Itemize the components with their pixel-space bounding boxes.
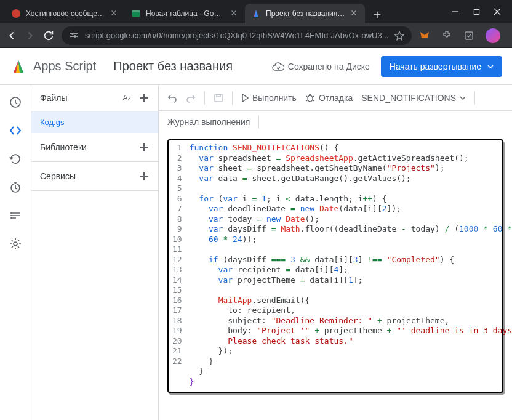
tab-title-0: Хостинговое сообщество xyxy=(26,9,105,18)
execution-log-bar[interactable]: Журнал выполнения xyxy=(159,111,512,133)
svg-point-16 xyxy=(10,217,12,219)
editor-toolbar: Выполнить Отладка SEND_NOTIFICATIONS xyxy=(159,85,512,111)
rail-editor-icon[interactable] xyxy=(6,121,25,140)
metamask-icon[interactable] xyxy=(419,30,430,41)
libraries-header: Библиотеки xyxy=(31,133,158,162)
dropdown-icon xyxy=(460,96,466,100)
debug-button[interactable]: Отладка xyxy=(305,93,353,103)
minimize-button[interactable] xyxy=(450,7,460,17)
redo-icon[interactable] xyxy=(186,93,196,103)
cloud-icon xyxy=(272,62,284,71)
tab-close-1[interactable] xyxy=(230,9,239,18)
bookmarks-icon[interactable] xyxy=(463,30,474,41)
deploy-label: Начать развертывание xyxy=(390,62,481,71)
line-gutter: 1 2 3 4 5 6 7 8 9 10 11 12 13 14 15 16 1… xyxy=(172,143,190,387)
rail-overview-icon[interactable] xyxy=(6,92,25,112)
browser-addressbar: script.google.com/u/0/home/projects/1cQX… xyxy=(0,23,512,48)
tab-title-2: Проект без названия - Ре xyxy=(266,9,345,18)
browser-titlebar: Хостинговое сообщество Новая таблица - G… xyxy=(0,0,512,23)
left-rail xyxy=(0,85,31,420)
svg-point-15 xyxy=(10,215,12,216)
app-content: Apps Script Проект без названия Сохранен… xyxy=(0,48,512,420)
file-name: Код.gs xyxy=(40,118,64,127)
libraries-label: Библиотеки xyxy=(40,142,87,152)
run-label: Выполнить xyxy=(252,93,297,103)
main-area: Файлы AZ Код.gs Библиотеки Сервисы xyxy=(0,85,512,420)
services-label: Сервисы xyxy=(40,171,76,181)
file-item-kod-gs[interactable]: Код.gs xyxy=(31,111,158,133)
editor-area: Выполнить Отладка SEND_NOTIFICATIONS Жур… xyxy=(159,85,512,420)
rail-executions-icon[interactable] xyxy=(6,206,25,225)
save-icon[interactable] xyxy=(214,93,223,103)
rail-settings-icon[interactable] xyxy=(6,234,25,254)
tab-close-2[interactable] xyxy=(350,9,359,18)
url-input[interactable]: script.google.com/u/0/home/projects/1cQX… xyxy=(62,26,412,45)
app-header: Apps Script Проект без названия Сохранен… xyxy=(0,48,512,85)
debug-label: Отладка xyxy=(319,93,353,103)
apps-script-logo[interactable]: Apps Script xyxy=(10,58,96,75)
chevron-down-icon xyxy=(487,65,494,68)
cloud-status-text: Сохранено на Диске xyxy=(288,62,370,71)
browser-tab-1[interactable]: Новая таблица - Google Та xyxy=(125,4,245,23)
svg-rect-19 xyxy=(217,94,220,97)
svg-point-6 xyxy=(71,33,74,35)
svg-rect-8 xyxy=(465,32,473,39)
close-window-button[interactable] xyxy=(492,7,502,17)
svg-point-14 xyxy=(10,212,12,214)
forward-button[interactable] xyxy=(25,30,36,42)
browser-tab-2[interactable]: Проект без названия - Ре xyxy=(245,4,365,23)
code-editor[interactable]: 1 2 3 4 5 6 7 8 9 10 11 12 13 14 15 16 1… xyxy=(159,133,512,420)
back-button[interactable] xyxy=(6,30,17,42)
svg-rect-18 xyxy=(215,94,222,102)
services-header: Сервисы xyxy=(31,162,158,191)
tab-close-0[interactable] xyxy=(110,9,119,18)
svg-point-7 xyxy=(74,35,76,38)
svg-point-0 xyxy=(12,9,20,18)
extensions-icon[interactable] xyxy=(441,30,452,41)
logo-text: Apps Script xyxy=(33,59,96,73)
add-file-icon[interactable] xyxy=(138,92,150,103)
svg-rect-3 xyxy=(474,9,479,14)
function-selector[interactable]: SEND_NOTIFICATIONS xyxy=(361,93,466,103)
profile-avatar[interactable] xyxy=(486,28,500,43)
reload-button[interactable] xyxy=(43,30,54,42)
tab-favicon-2 xyxy=(251,9,261,18)
maximize-button[interactable] xyxy=(471,7,481,17)
undo-icon[interactable] xyxy=(167,93,177,103)
browser-tab-0[interactable]: Хостинговое сообщество xyxy=(5,4,125,23)
function-name: SEND_NOTIFICATIONS xyxy=(361,93,456,103)
browser-tabs: Хостинговое сообщество Новая таблица - G… xyxy=(5,0,441,23)
debug-icon xyxy=(305,93,315,103)
svg-point-20 xyxy=(308,95,313,102)
rail-history-icon[interactable] xyxy=(6,149,25,169)
site-settings-icon[interactable] xyxy=(69,31,79,41)
svg-point-17 xyxy=(14,242,17,246)
tab-favicon-1 xyxy=(131,9,141,18)
tab-title-1: Новая таблица - Google Та xyxy=(146,9,225,18)
window-controls xyxy=(450,7,507,17)
files-label: Файлы xyxy=(40,93,67,103)
star-icon[interactable] xyxy=(394,31,404,41)
browser-extensions xyxy=(419,28,512,43)
rail-triggers-icon[interactable] xyxy=(6,177,25,197)
add-library-icon[interactable] xyxy=(138,142,150,153)
sort-az-icon[interactable]: AZ xyxy=(122,94,131,102)
code-content[interactable]: function SEND_NOTIFICATIONS() { var spre… xyxy=(190,143,512,387)
deploy-button[interactable]: Начать развертывание xyxy=(381,56,502,77)
log-label: Журнал выполнения xyxy=(167,117,250,127)
files-header: Файлы AZ xyxy=(31,85,158,111)
url-text: script.google.com/u/0/home/projects/1cQX… xyxy=(85,31,388,40)
svg-rect-2 xyxy=(132,10,140,12)
tab-favicon-0 xyxy=(11,9,21,18)
cloud-status: Сохранено на Диске xyxy=(272,62,370,71)
project-title[interactable]: Проект без названия xyxy=(113,59,233,73)
run-button[interactable]: Выполнить xyxy=(241,93,297,103)
add-service-icon[interactable] xyxy=(138,171,150,182)
logo-icon xyxy=(10,58,27,75)
new-tab-button[interactable] xyxy=(369,6,386,23)
play-icon xyxy=(241,94,249,102)
files-sidebar: Файлы AZ Код.gs Библиотеки Сервисы xyxy=(31,85,159,420)
